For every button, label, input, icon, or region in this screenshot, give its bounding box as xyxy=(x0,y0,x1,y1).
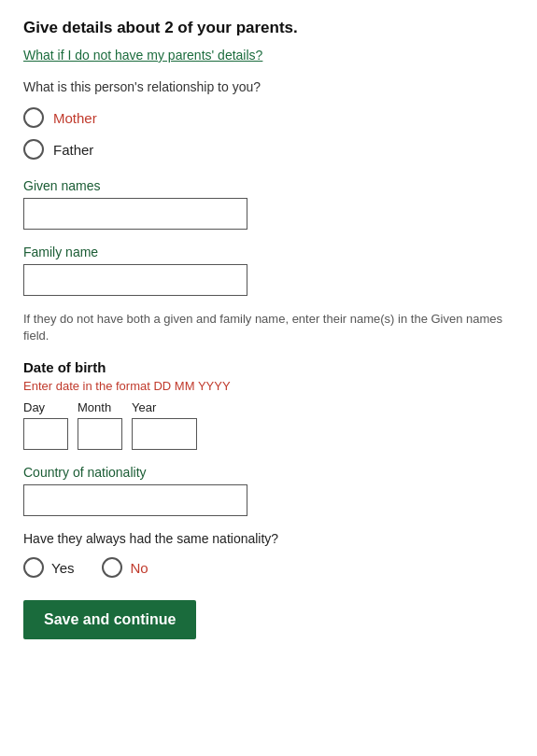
same-nationality-question: Have they always had the same nationalit… xyxy=(23,531,514,546)
father-radio-option[interactable]: Father xyxy=(23,139,514,160)
yes-radio-label: Yes xyxy=(51,560,74,576)
dob-month-label: Month xyxy=(78,400,122,414)
given-names-label: Given names xyxy=(23,178,514,193)
relationship-question: What is this person's relationship to yo… xyxy=(23,79,514,94)
dob-day-field: Day xyxy=(23,400,68,450)
page-title: Give details about 2 of your parents. xyxy=(23,19,514,37)
given-names-input[interactable] xyxy=(23,198,247,230)
father-radio-input[interactable] xyxy=(23,139,44,160)
dob-fields: Day Month Year xyxy=(23,400,514,450)
date-of-birth-section: Date of birth Enter date in the format D… xyxy=(23,359,514,450)
family-name-label: Family name xyxy=(23,245,514,259)
yes-radio-input[interactable] xyxy=(23,557,44,578)
mother-radio-label: Mother xyxy=(53,110,97,126)
dob-month-input[interactable] xyxy=(78,418,122,450)
dob-month-field: Month xyxy=(78,400,122,450)
nationality-section: Country of nationality xyxy=(23,465,514,516)
family-name-input[interactable] xyxy=(23,264,247,296)
family-name-group: Family name xyxy=(23,245,514,296)
no-radio-input[interactable] xyxy=(102,557,122,578)
mother-radio-option[interactable]: Mother xyxy=(23,107,514,128)
dob-title: Date of birth xyxy=(23,359,514,375)
dob-year-field: Year xyxy=(132,400,197,450)
dob-year-label: Year xyxy=(132,400,197,414)
save-and-continue-button[interactable]: Save and continue xyxy=(23,600,196,639)
dob-day-label: Day xyxy=(23,400,68,414)
relationship-radio-group: Mother Father xyxy=(23,107,514,160)
help-link[interactable]: What if I do not have my parents' detail… xyxy=(23,48,262,63)
mother-radio-input[interactable] xyxy=(23,107,44,128)
name-hint-text: If they do not have both a given and fam… xyxy=(23,311,509,344)
given-names-group: Given names xyxy=(23,178,514,230)
dob-day-input[interactable] xyxy=(23,418,68,450)
no-radio-option[interactable]: No xyxy=(102,557,148,578)
dob-hint: Enter date in the format DD MM YYYY xyxy=(23,379,514,393)
dob-year-input[interactable] xyxy=(132,418,197,450)
same-nationality-radio-group: Yes No xyxy=(23,557,514,578)
nationality-label: Country of nationality xyxy=(23,465,514,480)
no-radio-label: No xyxy=(130,560,148,576)
nationality-input[interactable] xyxy=(23,484,247,516)
father-radio-label: Father xyxy=(53,142,93,158)
yes-radio-option[interactable]: Yes xyxy=(23,557,74,578)
